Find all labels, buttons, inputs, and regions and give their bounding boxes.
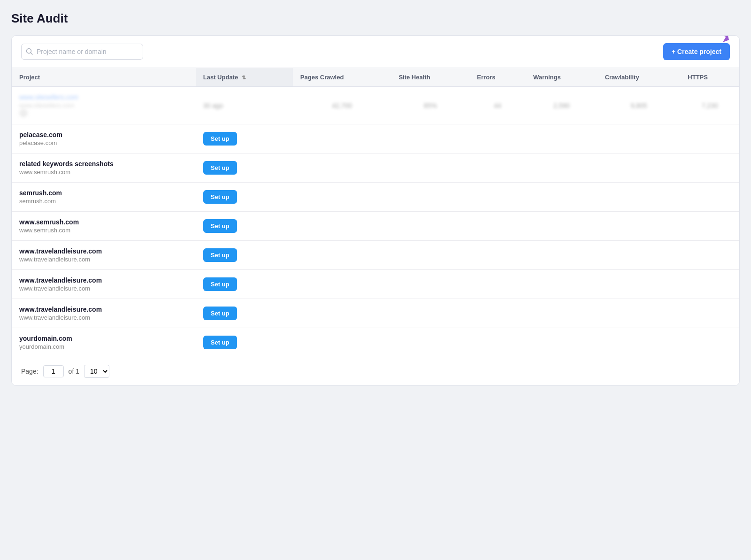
project-domain: yourdomain.com	[19, 343, 188, 350]
project-cell: www.sitesellers.comwww.sitesellers.com	[12, 87, 196, 124]
set-up-button[interactable]: Set up	[203, 336, 237, 349]
pages-crawled-cell	[293, 241, 391, 270]
errors-cell: 44	[469, 87, 526, 124]
main-card: + Create project Project Last Update ⇅ P…	[11, 35, 740, 386]
warnings-cell	[526, 328, 598, 357]
https-cell	[680, 241, 739, 270]
pages-crawled-cell	[293, 212, 391, 241]
warnings-cell	[526, 183, 598, 212]
project-cell: related keywords screenshotswww.semrush.…	[12, 153, 196, 183]
site-health-cell	[391, 183, 469, 212]
site-health-cell	[391, 212, 469, 241]
project-domain: www.travelandleisure.com	[19, 285, 188, 292]
site-health-cell	[391, 299, 469, 328]
col-https: HTTPS	[680, 68, 739, 87]
page-title: Site Audit	[11, 11, 740, 26]
col-errors: Errors	[469, 68, 526, 87]
set-up-button[interactable]: Set up	[203, 132, 237, 146]
col-last-update[interactable]: Last Update ⇅	[196, 68, 293, 87]
https-cell	[680, 183, 739, 212]
https-cell	[680, 328, 739, 357]
errors-cell	[469, 212, 526, 241]
table-row: www.travelandleisure.comwww.travelandlei…	[12, 270, 739, 299]
crawlability-cell	[598, 241, 681, 270]
crawlability-cell	[598, 124, 681, 153]
site-health-cell	[391, 124, 469, 153]
blurred-indicator	[19, 109, 28, 117]
pages-crawled-cell	[293, 183, 391, 212]
table-row: www.travelandleisure.comwww.travelandlei…	[12, 299, 739, 328]
sort-icon: ⇅	[242, 75, 246, 80]
last-update-cell: Set up	[196, 299, 293, 328]
warnings-cell	[526, 299, 598, 328]
project-name: www.travelandleisure.com	[19, 306, 188, 313]
project-name: www.semrush.com	[19, 218, 188, 226]
warnings-cell	[526, 153, 598, 183]
https-cell	[680, 270, 739, 299]
errors-cell	[469, 299, 526, 328]
col-pages-crawled: Pages Crawled	[293, 68, 391, 87]
set-up-button[interactable]: Set up	[203, 277, 237, 291]
set-up-button[interactable]: Set up	[203, 161, 237, 175]
pages-crawled-cell	[293, 328, 391, 357]
https-cell: 7,230	[680, 87, 739, 124]
set-up-button[interactable]: Set up	[203, 248, 237, 262]
last-update-cell: Set up	[196, 153, 293, 183]
errors-cell	[469, 241, 526, 270]
https-cell	[680, 212, 739, 241]
table-row: yourdomain.comyourdomain.comSet up	[12, 328, 739, 357]
project-domain: semrush.com	[19, 198, 188, 205]
set-up-button[interactable]: Set up	[203, 307, 237, 320]
site-health-cell	[391, 328, 469, 357]
warnings-cell	[526, 241, 598, 270]
project-name: www.travelandleisure.com	[19, 247, 188, 255]
project-cell: www.travelandleisure.comwww.travelandlei…	[12, 299, 196, 328]
last-update-cell: Set up	[196, 183, 293, 212]
set-up-button[interactable]: Set up	[203, 190, 237, 204]
crawlability-cell	[598, 183, 681, 212]
errors-cell	[469, 124, 526, 153]
projects-table: Project Last Update ⇅ Pages Crawled Site…	[12, 68, 739, 357]
set-up-button[interactable]: Set up	[203, 219, 237, 233]
last-update-cell: Set up	[196, 241, 293, 270]
warnings-cell	[526, 212, 598, 241]
table-container: Project Last Update ⇅ Pages Crawled Site…	[12, 68, 739, 357]
project-domain: www.semrush.com	[19, 227, 188, 234]
crawlability-cell	[598, 328, 681, 357]
page-label: Page:	[21, 368, 38, 375]
search-wrapper	[21, 44, 143, 60]
project-name: yourdomain.com	[19, 335, 188, 342]
project-cell: yourdomain.comyourdomain.com	[12, 328, 196, 357]
site-health-cell	[391, 241, 469, 270]
crawlability-cell: 9,805	[598, 87, 681, 124]
https-cell	[680, 153, 739, 183]
pages-crawled-cell	[293, 270, 391, 299]
page-input[interactable]	[43, 365, 64, 377]
col-site-health: Site Health	[391, 68, 469, 87]
project-cell: www.travelandleisure.comwww.travelandlei…	[12, 241, 196, 270]
svg-marker-2	[723, 35, 729, 42]
last-update-cell: Set up	[196, 124, 293, 153]
pages-crawled-cell	[293, 153, 391, 183]
table-row: www.travelandleisure.comwww.travelandlei…	[12, 241, 739, 270]
search-input[interactable]	[21, 44, 143, 60]
project-domain: www.travelandleisure.com	[19, 314, 188, 321]
site-health-cell	[391, 270, 469, 299]
last-update-cell: Set up	[196, 270, 293, 299]
col-warnings: Warnings	[526, 68, 598, 87]
project-domain: www.semrush.com	[19, 169, 188, 176]
pages-crawled-cell	[293, 124, 391, 153]
project-cell: pelacase.compelacase.com	[12, 124, 196, 153]
project-name: semrush.com	[19, 189, 188, 197]
errors-cell	[469, 153, 526, 183]
last-update-cell: 30 ago	[196, 87, 293, 124]
table-row: www.semrush.comwww.semrush.comSet up	[12, 212, 739, 241]
table-row: semrush.comsemrush.comSet up	[12, 183, 739, 212]
crawlability-cell	[598, 299, 681, 328]
of-label: of 1	[69, 368, 79, 375]
toolbar-right: + Create project	[663, 43, 730, 60]
errors-cell	[469, 328, 526, 357]
create-project-button[interactable]: + Create project	[663, 43, 730, 60]
per-page-select[interactable]: 10 20 50	[84, 365, 109, 378]
crawlability-cell	[598, 153, 681, 183]
